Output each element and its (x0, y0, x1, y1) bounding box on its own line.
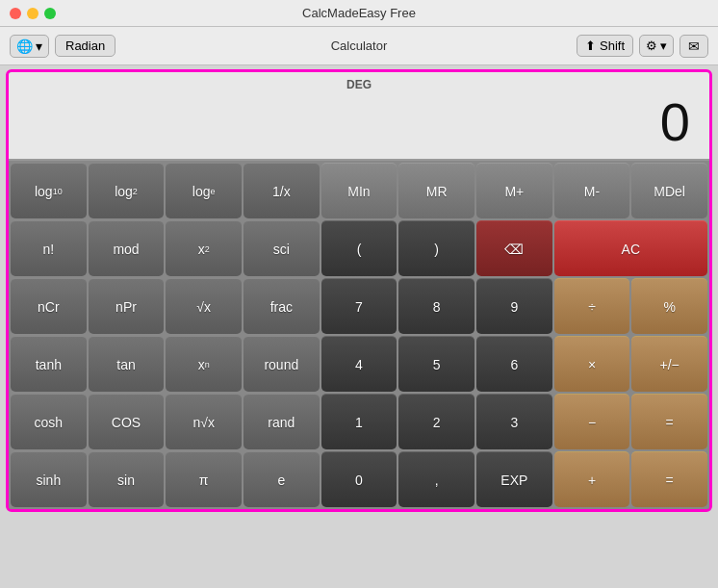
btn-close-paren[interactable]: ) (398, 220, 474, 276)
btn-xn[interactable]: xn (166, 336, 242, 392)
toolbar-right: ⬆ Shift ⚙ ▾ ✉ (577, 35, 708, 58)
btn-e[interactable]: e (244, 451, 320, 507)
btn-cosh[interactable]: cosh (11, 394, 87, 449)
btn-mod[interactable]: mod (89, 220, 165, 276)
display-panel: DEG 0 (9, 72, 709, 161)
mail-icon: ✉ (688, 38, 700, 54)
btn-npr[interactable]: nPr (89, 278, 165, 334)
btn-9[interactable]: 9 (476, 278, 552, 334)
btn-minus[interactable]: − (554, 394, 630, 449)
btn-tanh[interactable]: tanh (11, 336, 87, 392)
app-title: CalcMadeEasy Free (302, 6, 416, 20)
btn-5[interactable]: 5 (398, 336, 474, 392)
btn-backspace[interactable]: ⌫ (476, 220, 552, 276)
btn-equals-lower[interactable]: = (631, 451, 707, 507)
btn-square[interactable]: x2 (166, 220, 242, 276)
chevron-down-icon: ▾ (36, 38, 42, 54)
btn-percent[interactable]: % (631, 278, 707, 334)
btn-8[interactable]: 8 (398, 278, 474, 334)
btn-4[interactable]: 4 (321, 336, 397, 392)
btn-plus[interactable]: + (554, 451, 630, 507)
btn-sinh[interactable]: sinh (11, 451, 87, 507)
btn-multiply[interactable]: × (554, 336, 630, 392)
btn-cos[interactable]: COS (89, 394, 165, 449)
minimize-button[interactable] (27, 8, 38, 19)
btn-3[interactable]: 3 (476, 394, 552, 449)
toolbar-left: 🌐 ▾ Radian (10, 35, 115, 58)
btn-1[interactable]: 1 (321, 394, 397, 449)
display-value: 0 (20, 95, 698, 149)
btn-reciprocal[interactable]: 1/x (244, 163, 320, 218)
globe-button[interactable]: 🌐 ▾ (10, 35, 49, 58)
btn-7[interactable]: 7 (321, 278, 397, 334)
btn-mdel[interactable]: MDel (631, 163, 707, 218)
btn-mr[interactable]: MR (398, 163, 474, 218)
btn-open-paren[interactable]: ( (321, 220, 397, 276)
shift-button[interactable]: ⬆ Shift (577, 35, 633, 57)
btn-comma[interactable]: , (398, 451, 474, 507)
btn-exp[interactable]: EXP (476, 451, 552, 507)
title-bar: CalcMadeEasy Free (0, 0, 718, 27)
shift-icon: ⬆ (585, 38, 596, 53)
btn-pi[interactable]: π (166, 451, 242, 507)
btn-mplus[interactable]: M+ (476, 163, 552, 218)
btn-factorial[interactable]: n! (11, 220, 87, 276)
toolbar-center-label: Calculator (331, 38, 388, 53)
mail-button[interactable]: ✉ (680, 35, 708, 58)
toolbar: 🌐 ▾ Radian Calculator ⬆ Shift ⚙ ▾ ✉ (0, 27, 718, 65)
btn-log10[interactable]: log10 (11, 163, 87, 218)
globe-icon: 🌐 (16, 38, 33, 54)
shift-label: Shift (600, 38, 625, 53)
btn-round[interactable]: round (244, 336, 320, 392)
btn-ac[interactable]: AC (554, 220, 707, 276)
btn-loge[interactable]: loge (166, 163, 242, 218)
btn-sin[interactable]: sin (89, 451, 165, 507)
traffic-lights (10, 8, 56, 19)
btn-frac[interactable]: frac (244, 278, 320, 334)
btn-log2[interactable]: log2 (89, 163, 165, 218)
btn-0[interactable]: 0 (321, 451, 397, 507)
calculator-container: DEG 0 log10 log2 loge 1/x MIn MR M+ M- M… (6, 69, 712, 512)
display-mode: DEG (20, 78, 698, 91)
gear-icon: ⚙ (646, 38, 657, 53)
gear-button[interactable]: ⚙ ▾ (639, 35, 674, 57)
maximize-button[interactable] (44, 8, 56, 19)
btn-divide[interactable]: ÷ (554, 278, 630, 334)
close-button[interactable] (10, 8, 21, 19)
btn-sci-notation[interactable]: sci (244, 220, 320, 276)
btn-min[interactable]: MIn (321, 163, 397, 218)
btn-sqrt[interactable]: √x (166, 278, 242, 334)
button-grid: log10 log2 loge 1/x MIn MR M+ M- MDel n!… (9, 161, 709, 509)
btn-2[interactable]: 2 (398, 394, 474, 449)
btn-6[interactable]: 6 (476, 336, 552, 392)
btn-ncr[interactable]: nCr (11, 278, 87, 334)
btn-tan[interactable]: tan (89, 336, 165, 392)
chevron-down2-icon: ▾ (660, 38, 667, 53)
radian-button[interactable]: Radian (55, 35, 115, 57)
btn-equals-upper[interactable]: = (631, 394, 707, 449)
btn-plusminus[interactable]: +/− (631, 336, 707, 392)
btn-mminus[interactable]: M- (554, 163, 630, 218)
btn-rand[interactable]: rand (244, 394, 320, 449)
btn-nthroot[interactable]: n√x (166, 394, 242, 449)
